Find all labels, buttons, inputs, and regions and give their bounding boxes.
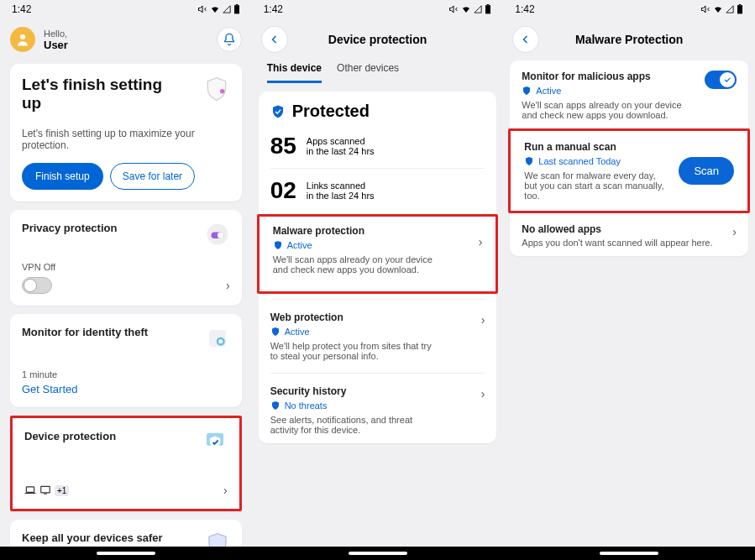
chevron-right-icon: › (226, 279, 230, 292)
svg-rect-12 (25, 493, 36, 494)
wifi-icon (210, 4, 220, 14)
nav-bar (503, 547, 755, 560)
svg-rect-13 (41, 486, 50, 493)
avatar[interactable] (10, 27, 35, 52)
device-protection-card[interactable]: Device protection +1 › (10, 416, 242, 511)
history-title: Security history (270, 385, 485, 397)
back-button[interactable] (262, 27, 287, 52)
apps-scanned-l1: Apps scanned (307, 136, 375, 146)
identity-icon (205, 326, 230, 351)
chevron-right-icon: › (479, 235, 483, 249)
pane-malware-protection: 1:42 Malware Protection Monitor for mali… (503, 0, 755, 560)
protected-label: Protected (292, 102, 370, 121)
manual-scan-section: Run a manual scan Last scanned Today We … (524, 141, 734, 201)
identity-title: Monitor for identity theft (22, 326, 148, 338)
shield-small-icon (270, 327, 281, 337)
web-title: Web protection (270, 311, 485, 323)
nav-bar (252, 547, 504, 560)
scan-title: Run a manual scan (524, 141, 667, 153)
status-bar: 1:42 (503, 0, 755, 18)
identity-card[interactable]: Monitor for identity theft 1 minute Get … (10, 314, 242, 407)
malware-desc: We'll scan apps already on your device a… (273, 254, 441, 275)
privacy-card[interactable]: Privacy protection VPN Off › (10, 210, 242, 306)
allowed-apps-item[interactable]: No allowed apps Apps you don't want scan… (522, 223, 737, 248)
monitor-section: Monitor for malicious apps Active We'll … (522, 71, 737, 120)
pane-device-protection: 1:42 Device protection This device Other… (252, 0, 504, 560)
greeting-hello: Hello, (44, 29, 68, 39)
chevron-right-icon: › (732, 225, 737, 238)
svg-point-9 (218, 339, 223, 343)
battery-icon (485, 4, 491, 14)
shield-small-icon (522, 86, 532, 96)
svg-rect-15 (485, 5, 490, 13)
save-later-button[interactable]: Save for later (110, 163, 195, 190)
svg-point-2 (20, 34, 25, 39)
svg-rect-1 (235, 4, 237, 5)
get-started-link[interactable]: Get Started (22, 383, 230, 395)
links-scanned-l2: in the last 24 hrs (307, 191, 375, 201)
svg-rect-16 (487, 4, 489, 5)
tab-this-device[interactable]: This device (267, 62, 322, 83)
svg-rect-18 (739, 4, 741, 5)
allowed-desc: Apps you don't want scanned will appear … (522, 238, 712, 248)
svg-rect-0 (234, 5, 239, 13)
signal-icon (474, 5, 482, 13)
malware-protection-item[interactable]: Malware protection Active We'll scan app… (273, 225, 483, 283)
bell-icon (223, 33, 236, 46)
tab-other-devices[interactable]: Other devices (337, 62, 399, 83)
scan-status: Last scanned Today (538, 156, 621, 166)
malware-settings-card: Monitor for malicious apps Active We'll … (510, 60, 748, 256)
chevron-right-icon: › (481, 387, 485, 400)
vpn-toggle[interactable] (22, 277, 52, 294)
status-icons (700, 4, 743, 14)
history-status: No threats (285, 400, 328, 411)
pane-home: 1:42 Hello, User Let's finish setting up (0, 0, 252, 560)
battery-icon (737, 4, 743, 14)
apps-scanned-count: 85 (270, 133, 296, 160)
privacy-icon (205, 222, 230, 247)
status-time: 1:42 (12, 3, 31, 15)
laptop-icon (24, 485, 36, 495)
mute-icon (448, 4, 459, 14)
device-extra-count: +1 (55, 485, 69, 496)
scan-button[interactable]: Scan (679, 157, 734, 185)
web-desc: We'll help protect you from sites that t… (270, 341, 438, 361)
svg-rect-14 (44, 494, 47, 495)
greeting: Hello, User (44, 29, 68, 51)
identity-time: 1 minute (22, 369, 230, 379)
wifi-icon (461, 4, 471, 14)
shield-small-icon (273, 240, 283, 250)
privacy-title: Privacy protection (22, 222, 117, 234)
apps-scanned-l2: in the last 24 hrs (307, 146, 375, 156)
status-time: 1:42 (264, 3, 283, 15)
nav-bar (0, 547, 252, 560)
protection-summary-card: Protected 85 Apps scanned in the last 24… (259, 92, 497, 443)
status-icons (197, 4, 240, 14)
chevron-left-icon (521, 34, 531, 44)
back-button[interactable] (513, 27, 538, 52)
allowed-title: No allowed apps (522, 223, 712, 235)
notifications-button[interactable] (217, 27, 242, 52)
svg-point-6 (218, 233, 224, 239)
malware-status: Active (287, 240, 312, 250)
security-history-item[interactable]: Security history No threats See alerts, … (270, 377, 485, 438)
svg-rect-11 (26, 487, 34, 492)
avatar-icon (15, 32, 30, 47)
status-bar: 1:42 (252, 0, 504, 18)
page-title: Malware Protection (538, 33, 745, 46)
svg-point-3 (220, 89, 224, 93)
status-icons (448, 4, 491, 14)
shield-small-icon (524, 156, 534, 166)
web-protection-item[interactable]: Web protection Active We'll help protect… (270, 303, 485, 369)
device-title: Device protection (24, 430, 116, 442)
mute-icon (700, 4, 710, 14)
battery-icon (233, 4, 240, 14)
monitor-toggle[interactable] (705, 71, 737, 89)
finish-setup-button[interactable]: Finish setup (22, 163, 103, 190)
setup-card: Let's finish setting up Let's finish set… (10, 64, 242, 201)
svg-rect-17 (737, 5, 742, 13)
shield-small-icon (270, 400, 281, 411)
wifi-icon (713, 4, 723, 14)
signal-icon (223, 5, 231, 13)
monitor-status: Active (536, 86, 561, 96)
